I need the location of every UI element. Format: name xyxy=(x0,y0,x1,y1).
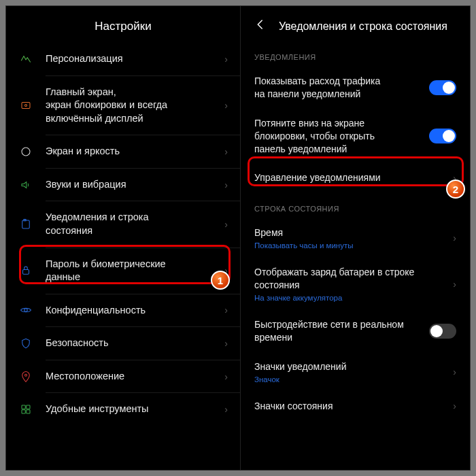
settings-item-label: Звуки и вибрация xyxy=(46,178,224,192)
settings-item-label: Пароль и биометрическиеданные xyxy=(46,258,224,284)
settings-item-label: Удобные инструменты xyxy=(46,403,224,416)
setting-sublabel: На значке аккумулятора xyxy=(254,294,447,302)
privacy-icon xyxy=(20,304,32,316)
setting-row[interactable]: Отображать заряд батареи в строкесостоян… xyxy=(241,258,470,310)
chevron-right-icon: › xyxy=(224,371,228,382)
back-icon[interactable] xyxy=(254,18,267,34)
svg-rect-8 xyxy=(22,405,25,409)
shield-icon xyxy=(20,337,32,350)
setting-label: Управление уведомлениями xyxy=(254,171,447,184)
settings-item-label: Главный экран,экран блокировки и всегдав… xyxy=(46,86,224,126)
settings-item-label: Персонализация xyxy=(46,52,224,66)
notifications-icon xyxy=(20,218,32,231)
toggle-switch[interactable] xyxy=(429,324,456,339)
settings-item-label: Конфиденциальность xyxy=(46,304,224,318)
chevron-right-icon: › xyxy=(224,54,228,65)
svg-point-2 xyxy=(22,148,30,156)
svg-point-6 xyxy=(24,309,28,312)
sound-icon xyxy=(20,179,32,191)
svg-rect-9 xyxy=(27,405,30,409)
toggle-switch[interactable] xyxy=(429,129,456,143)
chevron-right-icon: › xyxy=(224,180,228,190)
toggle-switch[interactable] xyxy=(429,80,456,95)
settings-item-personalization[interactable]: Персонализация› xyxy=(6,43,240,75)
brightness-icon xyxy=(20,146,32,158)
chevron-right-icon: › xyxy=(453,367,456,377)
lock-icon xyxy=(20,265,32,277)
svg-rect-3 xyxy=(22,220,30,228)
setting-sublabel: Показывать часы и минуты xyxy=(254,241,447,250)
step-badge-2: 2 xyxy=(446,180,465,199)
settings-item-privacy[interactable]: Конфиденциальность› xyxy=(6,294,240,327)
settings-item-notifications[interactable]: Уведомления и строкасостояния› xyxy=(6,201,240,247)
setting-label: Потяните вниз на экранеблокировки, чтобы… xyxy=(254,117,429,156)
settings-item-tools[interactable]: Удобные инструменты› xyxy=(6,393,240,426)
section-header: УВЕДОМЛЕНИЯ xyxy=(241,41,470,67)
setting-row[interactable]: Быстродействие сети в реальномвремени xyxy=(241,310,470,352)
settings-item-label: Экран и яркость xyxy=(46,145,224,158)
chevron-right-icon: › xyxy=(224,338,228,349)
chevron-right-icon: › xyxy=(224,404,228,415)
setting-row[interactable]: Показывать расход трафикана панели уведо… xyxy=(241,67,470,109)
page-title-right: Уведомления и строка состояния xyxy=(279,20,447,33)
setting-label: Значки состояния xyxy=(254,400,447,413)
settings-item-brightness[interactable]: Экран и яркость› xyxy=(6,135,240,168)
home-lock-icon xyxy=(20,99,32,112)
setting-row[interactable]: Потяните вниз на экранеблокировки, чтобы… xyxy=(241,109,470,164)
chevron-right-icon: › xyxy=(224,100,228,111)
chevron-right-icon: › xyxy=(224,305,228,316)
setting-row[interactable]: Управление уведомлениями› xyxy=(241,163,470,192)
settings-item-home-lock[interactable]: Главный экран,экран блокировки и всегдав… xyxy=(6,76,240,135)
svg-point-1 xyxy=(25,104,27,106)
settings-item-label: Безопасность xyxy=(46,337,224,350)
tools-icon xyxy=(20,403,32,415)
step-badge-1: 1 xyxy=(211,271,230,290)
setting-label: Время xyxy=(254,226,447,239)
svg-rect-5 xyxy=(23,270,29,275)
setting-sublabel: Значок xyxy=(254,375,447,384)
setting-row[interactable]: Значки уведомленийЗначок› xyxy=(241,352,470,392)
personalization-icon xyxy=(20,53,32,65)
svg-rect-11 xyxy=(27,410,30,413)
setting-row[interactable]: ВремяПоказывать часы и минуты› xyxy=(241,218,470,258)
svg-rect-0 xyxy=(22,102,30,108)
setting-row[interactable]: Значки состояния› xyxy=(241,392,470,421)
settings-item-label: Уведомления и строкасостояния xyxy=(46,211,224,237)
settings-item-location[interactable]: Местоположение› xyxy=(6,360,240,393)
settings-item-label: Местоположение xyxy=(46,370,224,384)
settings-pane: Настройки Персонализация›Главный экран,э… xyxy=(6,6,241,470)
notifications-pane: Уведомления и строка состояния УВЕДОМЛЕН… xyxy=(241,6,470,470)
settings-item-shield[interactable]: Безопасность› xyxy=(6,327,240,360)
setting-label: Значки уведомлений xyxy=(254,360,447,373)
setting-label: Быстродействие сети в реальномвремени xyxy=(254,318,429,344)
setting-label: Показывать расход трафикана панели уведо… xyxy=(254,75,429,101)
chevron-right-icon: › xyxy=(453,401,456,411)
page-title-left: Настройки xyxy=(6,6,240,43)
location-icon xyxy=(20,371,32,383)
svg-point-7 xyxy=(25,374,27,376)
chevron-right-icon: › xyxy=(224,146,228,157)
svg-rect-10 xyxy=(22,410,25,413)
chevron-right-icon: › xyxy=(453,279,456,290)
section-header: СТРОКА СОСТОЯНИЯ xyxy=(241,192,470,218)
settings-item-sound[interactable]: Звуки и вибрация› xyxy=(6,169,240,201)
chevron-right-icon: › xyxy=(453,233,456,243)
setting-label: Отображать заряд батареи в строкесостоян… xyxy=(254,266,447,292)
settings-item-lock[interactable]: Пароль и биометрическиеданные› xyxy=(6,248,240,294)
chevron-right-icon: › xyxy=(224,219,228,230)
